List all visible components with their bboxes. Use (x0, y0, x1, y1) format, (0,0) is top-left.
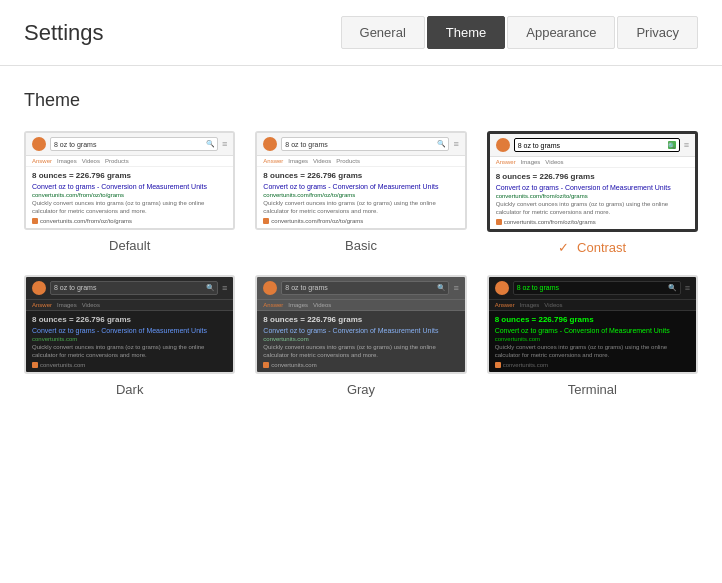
preview-link-title: Convert oz to grams - Conversion of Meas… (496, 184, 689, 192)
preview-nav-item: Images (521, 159, 541, 165)
preview-desc-text: Quickly convert ounces into grams (oz to… (32, 200, 227, 216)
preview-answer-text: 8 ounces = 226.796 grams (495, 315, 690, 324)
tab-privacy[interactable]: Privacy (617, 16, 698, 49)
preview-logo-icon (263, 137, 277, 151)
preview-link-url: convertunits.com (495, 336, 690, 342)
preview-logo-icon (496, 138, 510, 152)
preview-search-icon: 🔍 (437, 140, 445, 148)
preview-link-title: Convert oz to grams - Conversion of Meas… (263, 183, 458, 191)
preview-link-url: convertunits.com (263, 336, 458, 342)
preview-nav-item: Images (57, 158, 77, 164)
preview-link-url: convertunits.com/from/oz/to/grams (32, 192, 227, 198)
preview-nav-item: Images (288, 302, 308, 308)
preview-nav-item: Answer (32, 302, 52, 308)
preview-favicon-icon (32, 218, 38, 224)
preview-nav-item: Answer (263, 158, 283, 164)
preview-answer-text: 8 ounces = 226.796 grams (32, 315, 227, 324)
preview-nav-item: Answer (32, 158, 52, 164)
theme-preview-terminal: 8 oz to grams🔍≡AnswerImagesVideos8 ounce… (487, 275, 698, 374)
preview-favicon-icon (495, 362, 501, 368)
preview-menu-icon: ≡ (684, 140, 689, 150)
preview-nav-item: Products (105, 158, 129, 164)
preview-link-title: Convert oz to grams - Conversion of Meas… (32, 327, 227, 335)
preview-nav-item: Videos (544, 302, 562, 308)
preview-desc-text: Quickly convert ounces into grams (oz to… (495, 344, 690, 360)
theme-preview-gray: 8 oz to grams🔍≡AnswerImagesVideos8 ounce… (255, 275, 466, 374)
main-content: Theme 8 oz to grams🔍≡AnswerImagesVideosP… (0, 66, 722, 421)
preview-desc-text: Quickly convert ounces into grams (oz to… (496, 201, 689, 217)
preview-search-input: 8 oz to grams🔍 (281, 137, 449, 151)
preview-favicon-icon (263, 362, 269, 368)
preview-link-url: convertunits.com/from/oz/to/grams (496, 193, 689, 199)
theme-label-default: Default (109, 238, 150, 253)
preview-link-title: Convert oz to grams - Conversion of Meas… (32, 183, 227, 191)
preview-answer-text: 8 ounces = 226.796 grams (263, 171, 458, 180)
preview-logo-icon (32, 281, 46, 295)
section-title: Theme (24, 90, 698, 111)
preview-site-name: convertunits.com (503, 362, 548, 368)
preview-nav-item: Answer (263, 302, 283, 308)
theme-preview-contrast: 8 oz to grams🔍≡AnswerImagesVideos8 ounce… (487, 131, 698, 232)
preview-nav-item: Images (520, 302, 540, 308)
preview-logo-icon (263, 281, 277, 295)
preview-search-input: 8 oz to grams🔍 (514, 138, 680, 152)
preview-favicon-icon (496, 219, 502, 225)
preview-nav-item: Images (57, 302, 77, 308)
preview-nav-item: Answer (495, 302, 515, 308)
theme-label-gray: Gray (347, 382, 375, 397)
theme-item-basic[interactable]: 8 oz to grams🔍≡AnswerImagesVideosProduct… (255, 131, 466, 255)
preview-nav-item: Products (336, 158, 360, 164)
preview-site-name: convertunits.com (271, 362, 316, 368)
theme-item-gray[interactable]: 8 oz to grams🔍≡AnswerImagesVideos8 ounce… (255, 275, 466, 397)
preview-nav-item: Images (288, 158, 308, 164)
preview-link-title: Convert oz to grams - Conversion of Meas… (263, 327, 458, 335)
preview-search-icon: 🔍 (669, 284, 677, 292)
theme-item-dark[interactable]: 8 oz to grams🔍≡AnswerImagesVideos8 ounce… (24, 275, 235, 397)
tab-theme[interactable]: Theme (427, 16, 505, 49)
preview-nav-item: Videos (313, 302, 331, 308)
preview-site-name: convertunits.com/from/oz/to/grams (271, 218, 363, 224)
themes-grid: 8 oz to grams🔍≡AnswerImagesVideosProduct… (24, 131, 698, 397)
preview-menu-icon: ≡ (222, 283, 227, 293)
preview-logo-icon (495, 281, 509, 295)
preview-nav-item: Videos (82, 158, 100, 164)
preview-nav-item: Videos (82, 302, 100, 308)
tabs-nav: GeneralThemeAppearancePrivacy (341, 16, 698, 49)
theme-label-contrast: ✓ Contrast (558, 240, 626, 255)
theme-label-basic: Basic (345, 238, 377, 253)
theme-item-terminal[interactable]: 8 oz to grams🔍≡AnswerImagesVideos8 ounce… (487, 275, 698, 397)
preview-favicon-icon (32, 362, 38, 368)
tab-appearance[interactable]: Appearance (507, 16, 615, 49)
preview-search-input: 8 oz to grams🔍 (50, 137, 218, 151)
preview-menu-icon: ≡ (453, 283, 458, 293)
theme-label-terminal: Terminal (568, 382, 617, 397)
preview-desc-text: Quickly convert ounces into grams (oz to… (263, 200, 458, 216)
preview-desc-text: Quickly convert ounces into grams (oz to… (32, 344, 227, 360)
preview-answer-text: 8 ounces = 226.796 grams (263, 315, 458, 324)
theme-preview-default: 8 oz to grams🔍≡AnswerImagesVideosProduct… (24, 131, 235, 230)
preview-search-icon: 🔍 (206, 140, 214, 148)
theme-item-default[interactable]: 8 oz to grams🔍≡AnswerImagesVideosProduct… (24, 131, 235, 255)
theme-label-dark: Dark (116, 382, 143, 397)
preview-search-input: 8 oz to grams🔍 (281, 281, 449, 295)
preview-logo-icon (32, 137, 46, 151)
preview-favicon-icon (263, 218, 269, 224)
preview-link-url: convertunits.com/from/oz/to/grams (263, 192, 458, 198)
preview-search-icon: 🔍 (206, 284, 214, 292)
preview-search-icon: 🔍 (668, 141, 676, 149)
preview-search-icon: 🔍 (437, 284, 445, 292)
selected-checkmark-icon: ✓ (558, 240, 573, 255)
preview-nav-item: Videos (313, 158, 331, 164)
tab-general[interactable]: General (341, 16, 425, 49)
preview-nav-item: Answer (496, 159, 516, 165)
preview-menu-icon: ≡ (222, 139, 227, 149)
preview-desc-text: Quickly convert ounces into grams (oz to… (263, 344, 458, 360)
theme-preview-dark: 8 oz to grams🔍≡AnswerImagesVideos8 ounce… (24, 275, 235, 374)
header: Settings GeneralThemeAppearancePrivacy (0, 0, 722, 66)
preview-answer-text: 8 ounces = 226.796 grams (32, 171, 227, 180)
theme-item-contrast[interactable]: 8 oz to grams🔍≡AnswerImagesVideos8 ounce… (487, 131, 698, 255)
preview-link-title: Convert oz to grams - Conversion of Meas… (495, 327, 690, 335)
preview-menu-icon: ≡ (453, 139, 458, 149)
preview-site-name: convertunits.com (40, 362, 85, 368)
preview-site-name: convertunits.com/from/oz/to/grams (40, 218, 132, 224)
